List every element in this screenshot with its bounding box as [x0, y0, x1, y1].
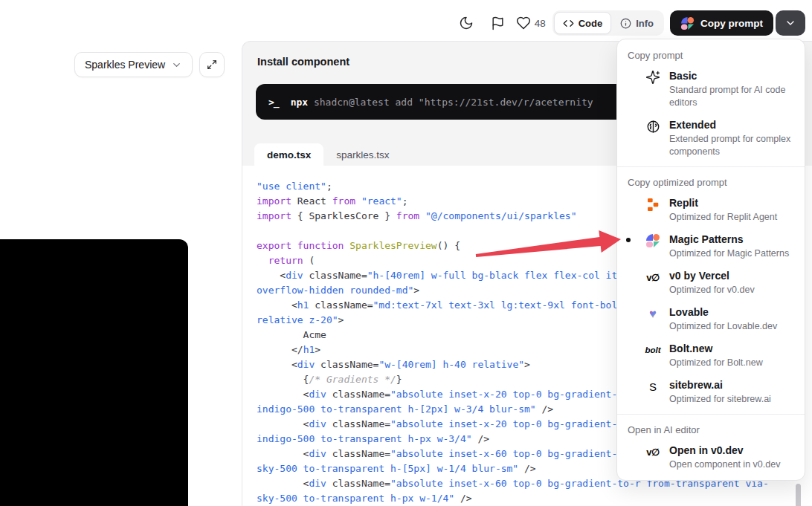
moon-icon — [459, 16, 474, 30]
menu-section-label: Open in AI editor — [617, 418, 805, 439]
menu-item-title: Magic Patterns — [669, 233, 797, 246]
code-icon — [563, 18, 574, 29]
menu-item-extended[interactable]: ExtendedExtended prompt for complex comp… — [617, 114, 805, 163]
menu-item-title: Extended — [669, 118, 797, 132]
theme-toggle-button[interactable] — [459, 16, 474, 30]
menu-item-replit[interactable]: ReplitOptimized for Replit Agent — [617, 192, 805, 228]
magic-patterns-icon — [680, 16, 695, 30]
code-scrollbar-thumb[interactable] — [796, 484, 801, 506]
install-section-title: Install component — [257, 56, 349, 68]
menu-item-open-in-v0-dev[interactable]: v∅Open in v0.devOpen component in v0.dev — [617, 439, 805, 476]
menu-separator — [617, 414, 805, 415]
like-count: 48 — [535, 18, 546, 29]
chevron-down-icon — [784, 17, 796, 29]
menu-item-desc: Extended prompt for complex components — [669, 133, 797, 158]
menu-separator — [617, 166, 805, 167]
menu-item-magic-patterns[interactable]: Magic PatternsOptimized for Magic Patter… — [617, 228, 805, 265]
tab-demo-tsx[interactable]: demo.tsx — [254, 143, 323, 166]
menu-item-desc: Optimized for Bolt.new — [669, 357, 797, 369]
menu-item-v0-by-vercel[interactable]: v∅v0 by VercelOptimized for v0.dev — [617, 265, 805, 301]
heart-icon — [516, 16, 531, 30]
menu-item-title: Lovable — [669, 305, 797, 319]
menu-item-title: Bolt.new — [669, 342, 797, 355]
command-npx: npx — [291, 97, 308, 108]
tab-code-label: Code — [579, 18, 603, 29]
menu-item-sitebrew-ai[interactable]: Ssitebrew.aiOptimized for sitebrew.ai — [617, 374, 805, 410]
menu-section-label: Copy prompt — [617, 44, 805, 65]
maximize-icon — [207, 59, 217, 70]
lovable-icon: ♥ — [637, 306, 669, 321]
tab-sparkles-tsx[interactable]: sparkles.tsx — [323, 143, 402, 166]
copy-prompt-button[interactable]: Copy prompt — [670, 10, 773, 36]
tab-info-label: Info — [636, 18, 654, 29]
sitebrew-icon: S — [637, 379, 669, 394]
v0-icon: v∅ — [637, 444, 669, 459]
selected-dot — [626, 238, 637, 242]
demo-selector-label: Sparkles Preview — [85, 59, 165, 71]
bolt-icon: bolt — [637, 343, 669, 357]
terminal-prompt-icon: >_ — [268, 97, 279, 108]
menu-section-label: Copy optimized prompt — [617, 171, 805, 192]
menu-item-bolt-new[interactable]: boltBolt.newOptimized for Bolt.new — [617, 337, 805, 374]
chevron-down-icon — [171, 59, 182, 71]
menu-item-title: Replit — [669, 196, 797, 210]
copy-prompt-dropdown-toggle[interactable] — [776, 10, 805, 36]
view-toggle: Code Info — [552, 10, 664, 36]
like-button[interactable]: 48 — [516, 16, 546, 30]
file-tabs: demo.tsx sparkles.tsx — [254, 143, 402, 166]
menu-item-desc: Optimized for Lovable.dev — [669, 320, 797, 333]
copy-prompt-label: Copy prompt — [700, 18, 763, 29]
menu-item-desc: Optimized for v0.dev — [669, 284, 797, 296]
menu-item-desc: Optimized for Magic Patterns — [669, 247, 797, 260]
tab-info[interactable]: Info — [611, 12, 663, 34]
copy-prompt-split-button: Copy prompt — [670, 10, 805, 36]
sparkles-icon — [637, 70, 669, 85]
menu-item-lovable[interactable]: ♥LovableOptimized for Lovable.dev — [617, 301, 805, 337]
magic-patterns-icon — [637, 233, 669, 248]
tab-code[interactable]: Code — [554, 12, 612, 34]
menu-item-title: sitebrew.ai — [669, 378, 797, 392]
info-icon — [620, 18, 631, 29]
menu-item-title: Open in v0.dev — [669, 444, 797, 457]
menu-item-desc: Standard prompt for AI code editors — [669, 84, 797, 109]
menu-item-title: v0 by Vercel — [669, 269, 797, 282]
preview-controls: Sparkles Preview — [74, 52, 225, 77]
copy-prompt-menu: Copy promptBasicStandard prompt for AI c… — [616, 39, 805, 481]
fullscreen-button[interactable] — [199, 52, 225, 77]
command-rest: shadcn@latest add "https://21st.dev/r/ac… — [308, 97, 593, 108]
flag-icon — [491, 16, 505, 30]
v0-icon: v∅ — [637, 270, 669, 285]
menu-item-desc: Optimized for sitebrew.ai — [669, 393, 797, 406]
menu-item-title: Basic — [669, 69, 797, 82]
menu-item-desc: Open component in v0.dev — [669, 458, 797, 471]
menu-item-desc: Optimized for Replit Agent — [669, 211, 797, 224]
top-bar: 48 Code Info Copy prompt — [459, 10, 805, 36]
demo-selector[interactable]: Sparkles Preview — [74, 52, 193, 77]
menu-item-basic[interactable]: BasicStandard prompt for AI code editors — [617, 65, 805, 114]
replit-icon — [637, 197, 669, 212]
brain-icon — [637, 119, 669, 134]
report-button[interactable] — [491, 16, 505, 30]
component-preview-canvas — [0, 239, 188, 506]
